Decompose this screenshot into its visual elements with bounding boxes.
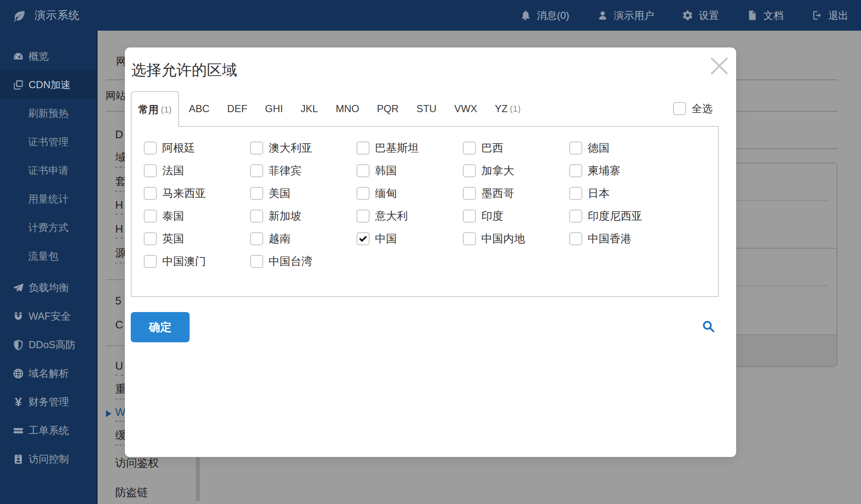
search-icon[interactable] <box>702 320 715 333</box>
sidebar-subitem-刷新预热[interactable]: 刷新预热 <box>0 99 96 128</box>
region-option[interactable]: 法国 <box>144 159 250 182</box>
region-checkbox[interactable] <box>250 187 263 200</box>
region-checkbox[interactable] <box>463 142 476 155</box>
region-checkbox[interactable] <box>463 210 476 223</box>
region-option[interactable]: 意大利 <box>357 205 463 227</box>
region-option[interactable]: 马来西亚 <box>144 182 250 205</box>
tab-item[interactable]: YZ (1) <box>486 103 529 115</box>
doc-icon <box>747 10 758 21</box>
region-checkbox[interactable] <box>144 164 157 177</box>
sidebar-item-工单系统[interactable]: 工单系统 <box>0 416 96 445</box>
leaf-logo-icon <box>13 9 26 22</box>
sidebar-item-DDoS高防[interactable]: DDoS高防 <box>0 331 96 359</box>
region-option[interactable]: 中国澳门 <box>144 250 250 273</box>
sidebar-item-负载均衡[interactable]: 负载均衡 <box>0 273 96 302</box>
region-option[interactable]: 中国台湾 <box>250 250 357 273</box>
region-label: 柬埔寨 <box>588 163 621 178</box>
region-option[interactable]: 中国 <box>357 227 463 250</box>
sidebar-item-label: 域名解析 <box>29 367 69 380</box>
region-option[interactable]: 巴基斯坦 <box>357 136 463 159</box>
region-checkbox[interactable] <box>357 187 370 200</box>
region-checkbox[interactable] <box>463 187 476 200</box>
region-checkbox[interactable] <box>250 142 263 155</box>
region-checkbox[interactable] <box>569 187 582 200</box>
region-checkbox[interactable] <box>144 255 157 268</box>
topbar: 演示系统 消息(0) 演示用户 设置 文档 退出 <box>0 0 861 31</box>
topbar-item-退出[interactable]: 退出 <box>811 9 848 22</box>
region-option[interactable]: 中国内地 <box>463 227 569 250</box>
topbar-item-文档[interactable]: 文档 <box>747 9 784 22</box>
region-option[interactable]: 加拿大 <box>463 159 569 182</box>
sidebar-item-访问控制[interactable]: 访问控制 <box>0 445 96 473</box>
region-checkbox[interactable] <box>357 232 370 245</box>
sidebar-item-WAF安全[interactable]: WAF安全 <box>0 302 96 331</box>
tab-item[interactable]: ABC <box>180 103 218 115</box>
region-option[interactable]: 柬埔寨 <box>569 159 676 182</box>
sidebar-subitem-流量包[interactable]: 流量包 <box>0 242 96 270</box>
tab-item[interactable]: DEF <box>218 103 256 115</box>
region-option[interactable]: 阿根廷 <box>144 136 250 159</box>
region-option[interactable]: 日本 <box>569 182 676 205</box>
region-label: 中国澳门 <box>162 254 206 269</box>
region-checkbox[interactable] <box>569 142 582 155</box>
region-checkbox[interactable] <box>463 164 476 177</box>
tab-label: ABC <box>189 103 209 115</box>
region-checkbox[interactable] <box>569 232 582 245</box>
region-option[interactable]: 美国 <box>250 182 357 205</box>
sidebar-subitem-计费方式[interactable]: 计费方式 <box>0 213 96 242</box>
sidebar-item-概览[interactable]: 概览 <box>0 42 96 71</box>
tab-changyong[interactable]: 常用 (1) <box>131 91 179 127</box>
tab-item[interactable]: MNO <box>327 103 368 115</box>
sidebar-subitem-证书申请[interactable]: 证书申请 <box>0 156 96 185</box>
region-option[interactable]: 韩国 <box>357 159 463 182</box>
region-checkbox[interactable] <box>144 142 157 155</box>
tab-item[interactable]: STU <box>407 103 445 115</box>
region-checkbox[interactable] <box>250 164 263 177</box>
close-icon[interactable] <box>708 55 730 77</box>
region-option[interactable]: 澳大利亚 <box>250 136 357 159</box>
region-checkbox[interactable] <box>250 210 263 223</box>
region-option[interactable]: 菲律宾 <box>250 159 357 182</box>
region-option[interactable]: 新加坡 <box>250 205 357 227</box>
select-all-control[interactable]: 全选 <box>673 91 713 126</box>
sidebar-subitem-用量统计[interactable]: 用量统计 <box>0 185 96 213</box>
region-option[interactable]: 德国 <box>569 136 676 159</box>
sidebar-subitem-证书管理[interactable]: 证书管理 <box>0 128 96 156</box>
region-checkbox[interactable] <box>463 232 476 245</box>
topbar-item-消息(0)[interactable]: 消息(0) <box>520 9 569 22</box>
region-checkbox[interactable] <box>144 210 157 223</box>
tab-item[interactable]: JKL <box>292 103 327 115</box>
region-option[interactable]: 缅甸 <box>357 182 463 205</box>
region-checkbox[interactable] <box>569 210 582 223</box>
region-checkbox[interactable] <box>144 232 157 245</box>
region-option[interactable]: 泰国 <box>144 205 250 227</box>
region-checkbox[interactable] <box>357 164 370 177</box>
sidebar-item-财务管理[interactable]: ¥ 财务管理 <box>0 388 96 416</box>
region-checkbox[interactable] <box>357 210 370 223</box>
region-label: 韩国 <box>375 163 397 178</box>
region-label: 中国内地 <box>481 231 525 246</box>
yuan-icon: ¥ <box>13 396 24 408</box>
region-option[interactable]: 印度尼西亚 <box>569 205 676 227</box>
region-checkbox[interactable] <box>250 255 263 268</box>
region-option[interactable]: 英国 <box>144 227 250 250</box>
topbar-item-演示用户[interactable]: 演示用户 <box>597 9 654 22</box>
region-option[interactable]: 中国香港 <box>569 227 676 250</box>
modal-title: 选择允许的区域 <box>131 60 237 81</box>
region-checkbox[interactable] <box>144 187 157 200</box>
sidebar-item-域名解析[interactable]: 域名解析 <box>0 359 96 388</box>
region-checkbox[interactable] <box>250 232 263 245</box>
tab-item[interactable]: VWX <box>445 103 486 115</box>
region-option[interactable]: 越南 <box>250 227 357 250</box>
sidebar-item-CDN加速[interactable]: CDN加速 <box>0 71 96 99</box>
tab-item[interactable]: PQR <box>368 103 407 115</box>
region-option[interactable]: 巴西 <box>463 136 569 159</box>
region-option[interactable]: 墨西哥 <box>463 182 569 205</box>
confirm-button[interactable]: 确定 <box>131 312 190 342</box>
topbar-item-设置[interactable]: 设置 <box>682 9 719 22</box>
region-option[interactable]: 印度 <box>463 205 569 227</box>
region-checkbox[interactable] <box>357 142 370 155</box>
select-all-checkbox[interactable] <box>673 102 686 115</box>
region-checkbox[interactable] <box>569 164 582 177</box>
tab-item[interactable]: GHI <box>256 103 292 115</box>
